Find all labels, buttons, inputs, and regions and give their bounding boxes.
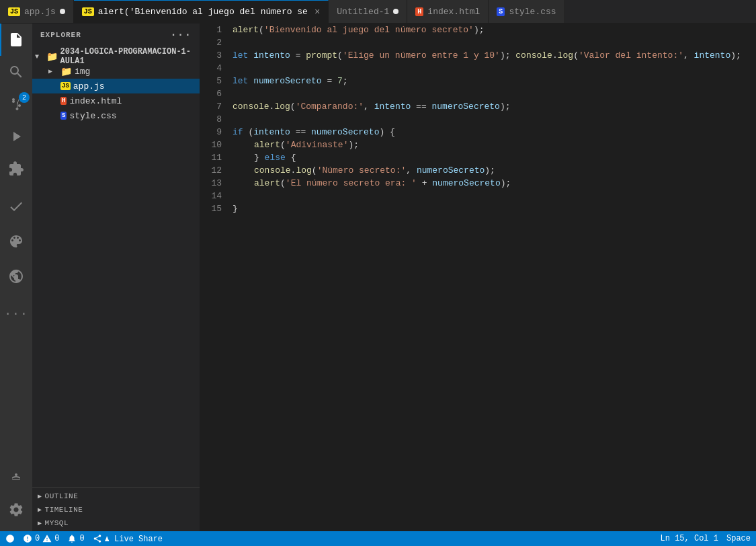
activity-bar-bottom xyxy=(0,461,32,531)
tab-label: alert('Bienvenido al juego del número se xyxy=(98,7,308,17)
modified-dot xyxy=(393,9,398,14)
tab-bar: JS app.js JS alert('Bienvenido al juego … xyxy=(0,0,756,24)
position-status-item[interactable]: Ln 15, Col 1 xyxy=(661,534,718,543)
code-line: let numeroSecreto = 7; xyxy=(233,75,756,87)
file-name: style.css xyxy=(69,111,116,121)
settings-activity-icon[interactable] xyxy=(0,494,32,526)
outline-section[interactable]: ▶ OUTLINE xyxy=(32,490,200,503)
editor-area: 123456789101112131415 alert('Bienvenido … xyxy=(200,24,756,531)
css-icon: S xyxy=(497,7,505,16)
chevron-right-icon: ▶ xyxy=(48,67,58,75)
error-icon xyxy=(23,534,32,543)
extensions-activity-icon[interactable] xyxy=(0,153,32,185)
search-activity-icon[interactable] xyxy=(0,56,32,88)
files-activity-icon[interactable] xyxy=(0,24,32,56)
sidebar: EXPLORER ··· ▼ 📁 2034-LOGICA-PROGRAMACIO… xyxy=(32,24,200,531)
file-name: app.js xyxy=(73,81,105,91)
section-label: OUTLINE xyxy=(45,492,79,500)
status-bar: 0 0 0 ♟ Live Share Ln 15, Col 1 Space xyxy=(0,531,756,546)
liveshare-label: ♟ Live Share xyxy=(105,534,163,544)
code-content[interactable]: alert('Bienvenido al juego del número se… xyxy=(233,24,756,531)
code-line xyxy=(233,36,756,49)
warning-count: 0 xyxy=(54,534,59,543)
folder-icon: 📁 xyxy=(60,66,72,77)
test-activity-icon[interactable] xyxy=(0,190,32,223)
more-activity-icon[interactable]: ··· xyxy=(0,298,32,330)
file-name: img xyxy=(75,67,90,77)
line-number: 11 xyxy=(206,151,222,164)
line-number: 9 xyxy=(206,126,222,139)
warning-icon xyxy=(42,534,52,543)
remote-icon xyxy=(5,534,15,543)
code-line: alert('Bienvenido al juego del número se… xyxy=(233,24,756,36)
file-tree: ▼ 📁 2034-LOGICA-PROGRAMACION-1-AULA1 ▶ 📁… xyxy=(32,46,200,126)
section-label: MYSQL xyxy=(45,519,69,527)
line-number: 6 xyxy=(206,87,222,100)
js-icon: JS xyxy=(8,7,20,16)
code-line xyxy=(233,62,756,75)
code-line: if (intento == numeroSecreto) { xyxy=(233,126,756,139)
sidebar-header-icons: ··· xyxy=(170,29,192,41)
chevron-right-icon: ▶ xyxy=(38,519,42,527)
tab-label: Untitled-1 xyxy=(337,7,389,17)
tree-item-stylecss[interactable]: ▶ S style.css xyxy=(32,108,200,123)
line-number: 15 xyxy=(206,202,222,215)
run-activity-icon[interactable] xyxy=(0,120,32,153)
notifications-count: 0 xyxy=(79,534,84,543)
mysql-section[interactable]: ▶ MYSQL xyxy=(32,516,200,530)
spaces-status-item[interactable]: Space xyxy=(726,534,751,543)
chevron-right-icon: ▶ xyxy=(38,492,42,500)
html-file-icon: H xyxy=(60,97,67,105)
tab-label: style.css xyxy=(509,7,556,17)
source-control-badge: 2 xyxy=(19,92,30,103)
file-name: index.html xyxy=(69,96,122,106)
status-right: Ln 15, Col 1 Space xyxy=(661,534,751,543)
close-icon[interactable]: × xyxy=(314,7,320,17)
tab-label: index.html xyxy=(427,7,480,17)
tree-item-appjs[interactable]: ▶ JS app.js xyxy=(32,79,200,93)
tab-style-css[interactable]: S style.css xyxy=(489,0,564,24)
main-layout: 2 ··· xyxy=(0,24,756,531)
project-root[interactable]: ▼ 📁 2034-LOGICA-PROGRAMACION-1-AULA1 xyxy=(32,49,200,64)
tab-index-html[interactable]: H index.html xyxy=(407,0,489,24)
code-area[interactable]: 123456789101112131415 alert('Bienvenido … xyxy=(200,24,756,531)
activity-bar-top: 2 ··· xyxy=(0,24,32,461)
code-line: } xyxy=(233,202,756,215)
tab-label: app.js xyxy=(24,7,56,17)
sidebar-title: EXPLORER xyxy=(40,31,81,39)
tree-item-img[interactable]: ▶ 📁 img xyxy=(32,64,200,79)
line-number: 8 xyxy=(206,113,222,126)
tab-untitled[interactable]: Untitled-1 xyxy=(329,0,407,24)
folder-icon: 📁 xyxy=(46,51,58,63)
code-line xyxy=(233,113,756,126)
line-numbers: 123456789101112131415 xyxy=(200,24,233,531)
timeline-section[interactable]: ▶ TIMELINE xyxy=(32,503,200,516)
more-icon[interactable]: ··· xyxy=(170,29,192,41)
notifications-status-item[interactable]: 0 xyxy=(67,534,84,543)
errors-status-item[interactable]: 0 0 xyxy=(23,534,59,543)
code-line xyxy=(233,190,756,202)
remote-explorer-icon[interactable] xyxy=(0,260,32,292)
line-number: 5 xyxy=(206,75,222,87)
chevron-right-icon: ▶ xyxy=(38,506,42,514)
js-icon: JS xyxy=(82,7,94,16)
activity-bar: 2 ··· xyxy=(0,24,32,531)
line-number: 13 xyxy=(206,177,222,190)
tree-item-indexhtml[interactable]: ▶ H index.html xyxy=(32,93,200,108)
line-number: 1 xyxy=(206,24,222,36)
line-number: 2 xyxy=(206,36,222,49)
status-left: 0 0 0 ♟ Live Share xyxy=(5,534,163,544)
account-activity-icon[interactable] xyxy=(0,461,32,494)
remote-status-item[interactable] xyxy=(5,534,15,543)
liveshare-status-item[interactable]: ♟ Live Share xyxy=(93,534,163,544)
sidebar-header: EXPLORER ··· xyxy=(32,24,200,46)
source-control-activity-icon[interactable]: 2 xyxy=(0,88,32,120)
code-line: console.log('Comparando:', intento == nu… xyxy=(233,100,756,113)
section-label: TIMELINE xyxy=(45,506,83,514)
modified-dot xyxy=(60,9,65,14)
code-line: console.log('Número secreto:', numeroSec… xyxy=(233,164,756,177)
tab-active-js[interactable]: JS alert('Bienvenido al juego del número… xyxy=(74,0,329,24)
line-number: 10 xyxy=(206,139,222,151)
tab-app-js[interactable]: JS app.js xyxy=(0,0,74,24)
palette-activity-icon[interactable] xyxy=(0,225,32,258)
